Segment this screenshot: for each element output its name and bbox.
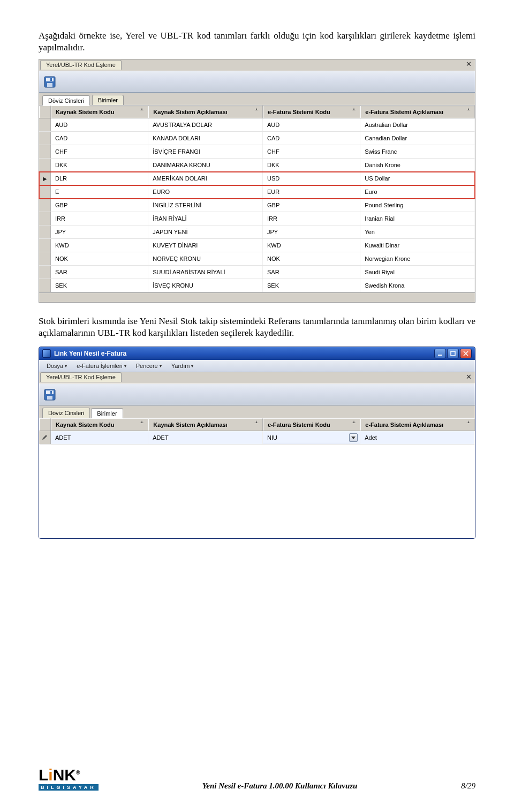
col-header-source-desc[interactable]: Kaynak Sistem Açıklaması <box>148 106 263 118</box>
cell-source-code[interactable]: JPY <box>51 225 148 238</box>
col-header-efatura-code[interactable]: e-Fatura Sistemi Kodu <box>263 418 360 431</box>
cell-efatura-code[interactable]: EUR <box>263 185 360 198</box>
cell-source-desc[interactable]: KANADA DOLARI <box>148 132 263 145</box>
menu-file[interactable]: Dosya▾ <box>42 362 71 370</box>
cell-source-desc[interactable]: DANİMARKA KRONU <box>148 159 263 171</box>
tab-units[interactable]: Birimler <box>91 408 123 418</box>
cell-efatura-desc[interactable]: Swedish Krona <box>360 279 475 292</box>
table-row[interactable]: DKKDANİMARKA KRONUDKKDanish Krone <box>39 159 475 172</box>
cell-source-code[interactable]: NOK <box>51 252 148 265</box>
table-row[interactable]: EEUROEUREuro <box>39 185 475 199</box>
cell-source-desc[interactable]: JAPON YENİ <box>148 225 263 238</box>
cell-source-code[interactable]: CHF <box>51 145 148 158</box>
minimize-button[interactable] <box>434 349 446 358</box>
mdi-tab-code-mapping[interactable]: Yerel/UBL-TR Kod Eşleme <box>40 372 122 382</box>
cell-efatura-code[interactable]: NIU UBL Kod UBL Açıklama <box>263 431 360 444</box>
table-row[interactable]: ADET ADET NIU UBL Kod <box>39 431 475 445</box>
cell-source-desc[interactable]: SUUDİ ARABİSTAN RİYALİ <box>148 266 263 279</box>
cell-efatura-code[interactable]: IRR <box>263 212 360 225</box>
titlebar[interactable]: Link Yeni Nesil e-Fatura <box>39 347 475 360</box>
col-header-efatura-desc[interactable]: e-Fatura Sistemi Açıklaması <box>360 106 475 118</box>
cell-efatura-desc[interactable]: Yen <box>360 225 475 238</box>
table-row[interactable]: ▶DLRAMERİKAN DOLARIUSDUS Dollar <box>39 172 475 185</box>
table-row[interactable]: SEKİSVEÇ KRONUSEKSwedish Krona <box>39 279 475 292</box>
mdi-close-button[interactable]: ✕ <box>466 373 472 381</box>
row-indicator <box>39 239 51 252</box>
table-row[interactable]: IRRİRAN RİYALİIRRIranian Rial <box>39 212 475 225</box>
cell-efatura-code[interactable]: JPY <box>263 225 360 238</box>
col-header-label: Kaynak Sistem Kodu <box>56 109 114 115</box>
cell-efatura-desc[interactable]: Kuwaiti Dinar <box>360 239 475 252</box>
cell-efatura-desc[interactable]: Australian Dollar <box>360 118 475 131</box>
col-header-source-code[interactable]: Kaynak Sistem Kodu <box>51 418 148 431</box>
cell-efatura-desc[interactable]: Euro <box>360 185 475 198</box>
cell-efatura-code[interactable]: KWD <box>263 239 360 252</box>
menu-efatura[interactable]: e-Fatura İşlemleri▾ <box>72 362 131 370</box>
cell-efatura-code[interactable]: SEK <box>263 279 360 292</box>
row-selector-header <box>39 418 51 431</box>
cell-source-desc[interactable]: AMERİKAN DOLARI <box>148 172 263 185</box>
table-row[interactable]: KWDKUVEYT DİNARIKWDKuwaiti Dinar <box>39 239 475 252</box>
table-row[interactable]: JPYJAPON YENİJPYYen <box>39 225 475 239</box>
cell-efatura-desc[interactable]: Danish Krone <box>360 159 475 171</box>
cell-source-desc[interactable]: İRAN RİYALİ <box>148 212 263 225</box>
cell-efatura-desc[interactable]: Canadian Dollar <box>360 132 475 145</box>
save-icon[interactable] <box>42 74 57 89</box>
cell-source-code[interactable]: AUD <box>51 118 148 131</box>
cell-source-code[interactable]: ADET <box>51 431 148 444</box>
table-row[interactable]: CADKANADA DOLARICADCanadian Dollar <box>39 132 475 145</box>
cell-efatura-code[interactable]: NOK <box>263 252 360 265</box>
cell-efatura-desc[interactable]: Adet <box>360 431 475 444</box>
close-button[interactable] <box>460 349 472 358</box>
dropdown-button[interactable] <box>349 433 358 442</box>
cell-efatura-code[interactable]: AUD <box>263 118 360 131</box>
cell-efatura-desc[interactable]: Norwegian Krone <box>360 252 475 265</box>
cell-efatura-code[interactable]: CAD <box>263 132 360 145</box>
cell-source-desc[interactable]: İSVİÇRE FRANGI <box>148 145 263 158</box>
tab-currencies[interactable]: Döviz Cinsleri <box>42 95 90 106</box>
cell-source-code[interactable]: DKK <box>51 159 148 171</box>
cell-efatura-code[interactable]: DKK <box>263 159 360 171</box>
table-row[interactable]: NOKNORVEÇ KRONUNOKNorwegian Krone <box>39 252 475 266</box>
mdi-close-button[interactable]: ✕ <box>466 60 472 68</box>
cell-source-desc[interactable]: KUVEYT DİNARI <box>148 239 263 252</box>
cell-source-code[interactable]: E <box>51 185 148 198</box>
cell-source-code[interactable]: CAD <box>51 132 148 145</box>
table-row[interactable]: CHFİSVİÇRE FRANGICHFSwiss Franc <box>39 145 475 159</box>
col-header-source-code[interactable]: Kaynak Sistem Kodu <box>51 106 148 118</box>
cell-source-code[interactable]: SEK <box>51 279 148 292</box>
cell-efatura-desc[interactable]: Swiss Franc <box>360 145 475 158</box>
cell-source-code[interactable]: IRR <box>51 212 148 225</box>
tab-units[interactable]: Birimler <box>92 95 124 105</box>
menu-window[interactable]: Pencere▾ <box>132 362 166 370</box>
col-header-efatura-code[interactable]: e-Fatura Sistemi Kodu <box>263 106 360 118</box>
cell-efatura-desc[interactable]: Saudi Riyal <box>360 266 475 279</box>
cell-efatura-desc[interactable]: Iranian Rial <box>360 212 475 225</box>
cell-source-code[interactable]: SAR <box>51 266 148 279</box>
save-icon[interactable] <box>42 387 57 402</box>
tab-currencies[interactable]: Döviz Cinsleri <box>42 408 90 418</box>
table-row[interactable]: GBPİNGİLİZ STERLİNİGBPPound Sterling <box>39 199 475 212</box>
cell-source-desc[interactable]: AVUSTRALYA DOLAR <box>148 118 263 131</box>
maximize-button[interactable] <box>447 349 459 358</box>
cell-efatura-desc[interactable]: US Dollar <box>360 172 475 185</box>
cell-efatura-desc[interactable]: Pound Sterling <box>360 199 475 212</box>
table-row[interactable]: SARSUUDİ ARABİSTAN RİYALİSARSaudi Riyal <box>39 266 475 279</box>
menu-help[interactable]: Yardım▾ <box>167 362 198 370</box>
cell-efatura-code[interactable]: GBP <box>263 199 360 212</box>
col-header-efatura-desc[interactable]: e-Fatura Sistemi Açıklaması <box>360 418 475 431</box>
cell-efatura-code[interactable]: SAR <box>263 266 360 279</box>
table-row[interactable]: AUDAVUSTRALYA DOLARAUDAustralian Dollar <box>39 118 475 132</box>
cell-efatura-code[interactable]: CHF <box>263 145 360 158</box>
cell-source-desc[interactable]: ADET <box>148 431 263 444</box>
cell-source-desc[interactable]: İSVEÇ KRONU <box>148 279 263 292</box>
cell-source-desc[interactable]: NORVEÇ KRONU <box>148 252 263 265</box>
col-header-source-desc[interactable]: Kaynak Sistem Açıklaması <box>148 418 263 431</box>
cell-source-code[interactable]: GBP <box>51 199 148 212</box>
cell-source-desc[interactable]: EURO <box>148 185 263 198</box>
cell-source-code[interactable]: KWD <box>51 239 148 252</box>
cell-source-desc[interactable]: İNGİLİZ STERLİNİ <box>148 199 263 212</box>
cell-source-code[interactable]: DLR <box>51 172 148 185</box>
cell-efatura-code[interactable]: USD <box>263 172 360 185</box>
mdi-tab-code-mapping[interactable]: Yerel/UBL-TR Kod Eşleme <box>40 60 122 70</box>
